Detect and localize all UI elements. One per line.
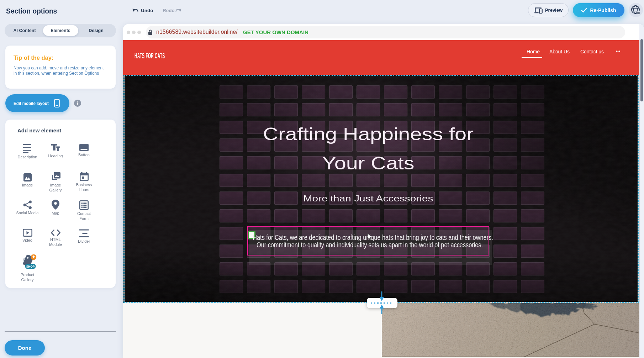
svg-text:SHOP: SHOP <box>26 265 35 268</box>
